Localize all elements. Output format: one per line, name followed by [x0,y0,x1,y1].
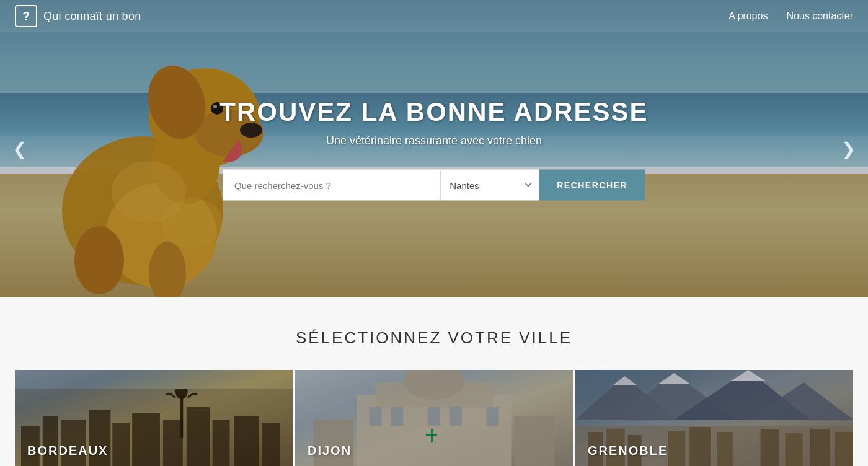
nav-contact[interactable]: Nous contacter [786,11,853,22]
logo-icon: ? [15,5,37,27]
city-section: SÉLECTIONNEZ VOTRE VILLE [0,297,868,466]
city-card-grenoble[interactable]: GRENOBLE [575,370,853,466]
carousel-next-button[interactable]: ❯ [835,133,862,165]
city-section-title: SÉLECTIONNEZ VOTRE VILLE [15,328,853,348]
header-nav: A propos Nous contacter [728,11,853,22]
logo-text: Qui connaît un bon [43,10,141,23]
city-card-dijon[interactable]: DIJON [295,370,573,466]
city-dijon-label: DIJON [308,444,352,458]
city-grid: BORDEAUX [15,370,853,466]
nav-apropos[interactable]: A propos [728,11,768,22]
hero-content: TROUVEZ LA BONNE ADRESSE Une vétérinaire… [217,97,651,201]
hero-section: ❮ ❯ TROUVEZ LA BONNE ADRESSE Une vétérin… [0,0,868,297]
search-button[interactable]: RECHERCHER [539,170,645,201]
search-bar: Nantes Paris Lyon Bordeaux Marseille Dij… [223,170,645,201]
hero-title: TROUVEZ LA BONNE ADRESSE [217,97,651,127]
city-select[interactable]: Nantes Paris Lyon Bordeaux Marseille Dij… [440,170,539,201]
city-bordeaux-label: BORDEAUX [27,444,108,458]
carousel-prev-button[interactable]: ❮ [6,133,33,165]
logo[interactable]: ? Qui connaît un bon [15,5,141,27]
hero-subtitle: Une vétérinaire rassurante avec votre ch… [217,134,651,147]
header: ? Qui connaît un bon A propos Nous conta… [0,0,868,32]
search-input[interactable] [223,170,440,201]
city-grenoble-label: GRENOBLE [588,444,668,458]
city-card-bordeaux[interactable]: BORDEAUX [15,370,293,466]
